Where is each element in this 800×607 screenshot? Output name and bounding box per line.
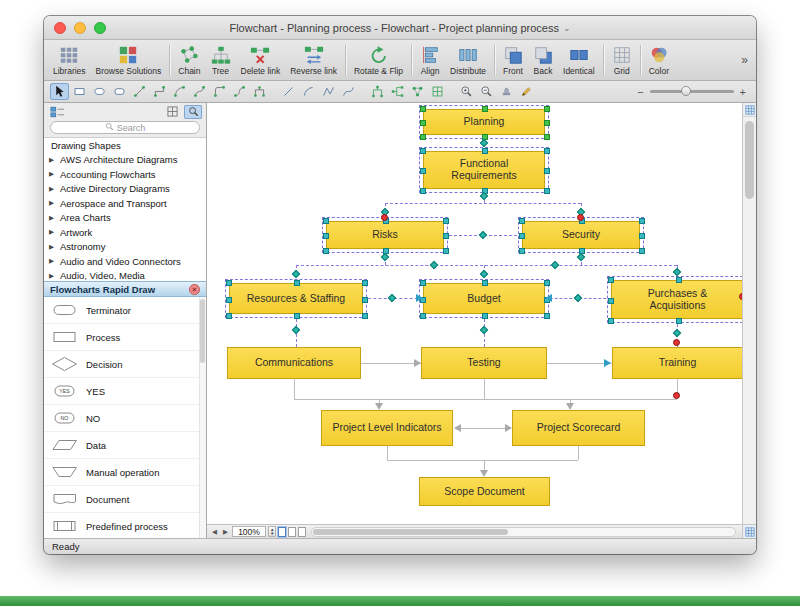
connector-gray-v[interactable]: [387, 446, 388, 460]
selection-handle[interactable]: [544, 134, 550, 140]
vertical-scrollbar[interactable]: [742, 103, 756, 524]
connection-point-dot[interactable]: [673, 339, 680, 346]
spline-tool[interactable]: [339, 83, 358, 100]
vertical-scroll-thumb[interactable]: [745, 121, 754, 199]
selection-handle[interactable]: [482, 148, 488, 154]
horizontal-scroll-thumb[interactable]: [313, 529, 507, 535]
flowchart-node-risks[interactable]: Risks: [326, 221, 444, 249]
selection-handle[interactable]: [676, 277, 682, 283]
connector-midpoint-handle[interactable]: [577, 253, 585, 261]
canvas[interactable]: PlanningFunctional RequirementsRisksSecu…: [207, 103, 742, 524]
direct-connector-tool[interactable]: [130, 83, 149, 100]
toolbar-distribute-button[interactable]: Distribute: [445, 43, 491, 77]
selection-handle[interactable]: [323, 218, 329, 224]
selection-handle[interactable]: [226, 297, 232, 303]
selection-handle[interactable]: [608, 277, 614, 283]
selection-handle[interactable]: [482, 280, 488, 286]
selection-handle[interactable]: [294, 313, 300, 319]
flowchart-node-communications[interactable]: Communications: [227, 347, 361, 379]
connector-midpoint-handle[interactable]: [574, 294, 582, 302]
connection-point-dot[interactable]: [381, 214, 388, 221]
connector-midpoint-handle[interactable]: [480, 326, 488, 334]
connector-gray-h[interactable]: [461, 428, 505, 429]
selection-handle[interactable]: [443, 233, 449, 239]
zoom-out-tool[interactable]: [477, 83, 496, 100]
selection-handle[interactable]: [420, 313, 426, 319]
connector-midpoint-handle[interactable]: [480, 139, 488, 147]
library-item-aws-architecture-diagrams[interactable]: ▶AWS Architecture Diagrams: [44, 153, 206, 168]
shape-list-scrollbar[interactable]: [199, 297, 206, 538]
selection-handle[interactable]: [420, 106, 426, 112]
flowchart-node-planning[interactable]: Planning: [423, 109, 545, 135]
flowchart-node-scope-document[interactable]: Scope Document: [419, 477, 550, 506]
zoom-in-icon[interactable]: +: [740, 86, 746, 98]
zoom-slider-track[interactable]: [650, 90, 734, 93]
selection-handle[interactable]: [420, 120, 426, 126]
shape-item-predefined-process[interactable]: Predefined process: [44, 513, 206, 538]
selection-handle[interactable]: [608, 318, 614, 324]
connector-midpoint-handle[interactable]: [479, 231, 487, 239]
connector-midpoint-handle[interactable]: [430, 261, 438, 269]
rapid-draw-panel-header[interactable]: Flowcharts Rapid Draw ✕: [44, 281, 206, 297]
selection-handle[interactable]: [544, 188, 550, 194]
connector-gray-h[interactable]: [361, 363, 421, 364]
flowchart-node-testing[interactable]: Testing: [421, 347, 547, 379]
connector-gray-h[interactable]: [547, 363, 612, 364]
toolbar-align-button[interactable]: Align: [415, 43, 445, 77]
curved-connector-tool[interactable]: [230, 83, 249, 100]
shape-item-decision[interactable]: Decision: [44, 351, 206, 378]
next-page-button[interactable]: ▶: [221, 528, 230, 536]
library-item-audio-video-media[interactable]: ▶Audio, Video, Media: [44, 269, 206, 282]
connector-gray-v[interactable]: [484, 379, 485, 399]
close-window-button[interactable]: [54, 22, 66, 34]
zoom-in-tool[interactable]: [457, 83, 476, 100]
minimize-window-button[interactable]: [74, 22, 86, 34]
library-item-audio-and-video-connectors[interactable]: ▶Audio and Video Connectors: [44, 254, 206, 269]
expand-triangle-icon[interactable]: ▶: [49, 185, 56, 193]
rapid-chain-tool[interactable]: [408, 83, 427, 100]
library-item-aerospace-and-transport[interactable]: ▶Aerospace and Transport: [44, 196, 206, 211]
polyline-tool[interactable]: [319, 83, 338, 100]
rounded-connector-tool[interactable]: [210, 83, 229, 100]
zoom-level[interactable]: 100%: [232, 526, 266, 537]
selection-handle[interactable]: [294, 280, 300, 286]
library-view-grid-button[interactable]: [163, 105, 181, 119]
selection-handle[interactable]: [323, 233, 329, 239]
flowchart-node-training[interactable]: Training: [612, 347, 742, 379]
selection-handle[interactable]: [420, 134, 426, 140]
flowchart-node-project-level-indicators[interactable]: Project Level Indicators: [321, 410, 453, 446]
library-item-accounting-flowcharts[interactable]: ▶Accounting Flowcharts: [44, 167, 206, 182]
selection-handle[interactable]: [544, 120, 550, 126]
selection-handle[interactable]: [608, 298, 614, 304]
selection-handle[interactable]: [226, 280, 232, 286]
shape-item-terminator[interactable]: Terminator: [44, 297, 206, 324]
pencil-tool[interactable]: [517, 83, 536, 100]
expand-triangle-icon[interactable]: ▶: [49, 199, 56, 207]
connector-midpoint-handle[interactable]: [292, 326, 300, 334]
toolbar-color-button[interactable]: Color: [644, 43, 674, 77]
toolbar-browse-solutions-button[interactable]: Browse Solutions: [91, 43, 167, 77]
prev-page-button[interactable]: ◀: [210, 528, 219, 536]
flowchart-node-functional-requirements[interactable]: Functional Requirements: [423, 151, 545, 189]
connector-midpoint-handle[interactable]: [388, 294, 396, 302]
horizontal-scrollbar[interactable]: [311, 527, 736, 537]
shape-item-data[interactable]: Data: [44, 432, 206, 459]
expand-triangle-icon[interactable]: ▶: [49, 214, 56, 222]
selection-handle[interactable]: [519, 248, 525, 254]
toolbar-overflow-button[interactable]: »: [737, 53, 752, 67]
smart-connector-tool[interactable]: [150, 83, 169, 100]
toolbar-delete-link-button[interactable]: Delete link: [236, 43, 286, 77]
connector-midpoint-handle[interactable]: [381, 253, 389, 261]
selection-handle[interactable]: [443, 248, 449, 254]
connector-midpoint-handle[interactable]: [673, 268, 681, 276]
toolbar-reverse-link-button[interactable]: Reverse link: [285, 43, 342, 77]
search-input[interactable]: Search: [50, 121, 200, 134]
selection-handle[interactable]: [544, 280, 550, 286]
toolbar-grid-button[interactable]: Grid: [607, 43, 637, 77]
page-navigator-button[interactable]: [742, 524, 756, 538]
selection-handle[interactable]: [676, 318, 682, 324]
connector-gray-h[interactable]: [387, 460, 578, 461]
arc-tool[interactable]: [299, 83, 318, 100]
selection-handle[interactable]: [420, 280, 426, 286]
selection-handle[interactable]: [362, 297, 368, 303]
